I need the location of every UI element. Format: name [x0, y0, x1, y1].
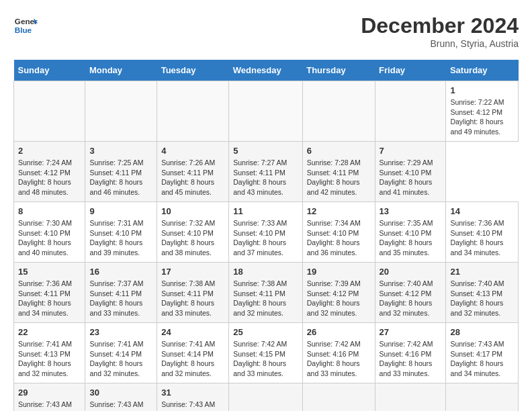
- day-number: 29: [18, 387, 81, 398]
- day-info: Sunrise: 7:32 AMSunset: 4:10 PMDaylight:…: [161, 219, 215, 257]
- page-header: General Blue December 2024 Brunn, Styria…: [13, 13, 519, 49]
- day-number: 26: [307, 327, 371, 337]
- table-row: 10 Sunrise: 7:32 AMSunset: 4:10 PMDaylig…: [157, 202, 229, 263]
- day-number: 6: [307, 146, 371, 156]
- table-row: 3 Sunrise: 7:25 AMSunset: 4:11 PMDayligh…: [85, 142, 157, 202]
- location: Brunn, Styria, Austria: [361, 38, 519, 49]
- day-number: 13: [380, 206, 442, 216]
- svg-text:Blue: Blue: [15, 26, 32, 34]
- calendar-week-row: 8 Sunrise: 7:30 AMSunset: 4:10 PMDayligh…: [14, 202, 519, 263]
- table-row: 26 Sunrise: 7:42 AMSunset: 4:16 PMDaylig…: [302, 323, 375, 383]
- day-info: Sunrise: 7:35 AMSunset: 4:10 PMDaylight:…: [380, 219, 433, 257]
- empty-day: [157, 81, 229, 142]
- empty-day: [302, 383, 375, 412]
- header-thursday: Thursday: [302, 60, 375, 81]
- day-number: 27: [380, 327, 442, 337]
- table-row: 31 Sunrise: 7:43 AMSunset: 4:20 PMDaylig…: [157, 383, 229, 412]
- day-number: 5: [233, 146, 298, 156]
- calendar-table: Sunday Monday Tuesday Wednesday Thursday…: [13, 60, 519, 411]
- table-row: 29 Sunrise: 7:43 AMSunset: 4:18 PMDaylig…: [14, 383, 85, 412]
- day-number: 25: [233, 327, 298, 337]
- day-info: Sunrise: 7:34 AMSunset: 4:10 PMDaylight:…: [307, 219, 361, 257]
- month-title: December 2024: [361, 13, 519, 38]
- table-row: 27 Sunrise: 7:42 AMSunset: 4:16 PMDaylig…: [375, 323, 446, 383]
- day-number: 22: [18, 327, 81, 337]
- day-info: Sunrise: 7:42 AMSunset: 4:16 PMDaylight:…: [307, 340, 361, 377]
- table-row: 13 Sunrise: 7:35 AMSunset: 4:10 PMDaylig…: [375, 202, 446, 263]
- header-friday: Friday: [375, 60, 446, 81]
- table-row: 25 Sunrise: 7:42 AMSunset: 4:15 PMDaylig…: [229, 323, 302, 383]
- day-info: Sunrise: 7:41 AMSunset: 4:14 PMDaylight:…: [161, 340, 215, 377]
- day-number: 18: [233, 267, 298, 277]
- day-number: 7: [380, 146, 442, 156]
- empty-day: [85, 81, 157, 142]
- day-info: Sunrise: 7:33 AMSunset: 4:10 PMDaylight:…: [233, 219, 287, 257]
- day-info: Sunrise: 7:40 AMSunset: 4:13 PMDaylight:…: [450, 279, 504, 317]
- day-number: 23: [89, 327, 152, 337]
- day-info: Sunrise: 7:43 AMSunset: 4:18 PMDaylight:…: [18, 400, 72, 411]
- day-info: Sunrise: 7:36 AMSunset: 4:11 PMDaylight:…: [18, 279, 72, 317]
- header-wednesday: Wednesday: [229, 60, 302, 81]
- logo: General Blue: [13, 13, 38, 38]
- empty-day: [446, 383, 519, 412]
- table-row: 22 Sunrise: 7:41 AMSunset: 4:13 PMDaylig…: [14, 323, 85, 383]
- day-info: Sunrise: 7:38 AMSunset: 4:11 PMDaylight:…: [161, 279, 215, 317]
- day-info: Sunrise: 7:43 AMSunset: 4:17 PMDaylight:…: [450, 340, 504, 377]
- day-number: 14: [450, 206, 514, 216]
- day-info: Sunrise: 7:22 AMSunset: 4:12 PMDaylight:…: [450, 98, 504, 136]
- empty-day: [375, 383, 446, 412]
- day-number: 28: [450, 327, 514, 337]
- day-info: Sunrise: 7:31 AMSunset: 4:10 PMDaylight:…: [89, 219, 143, 257]
- table-row: 21 Sunrise: 7:40 AMSunset: 4:13 PMDaylig…: [446, 263, 519, 323]
- table-row: 16 Sunrise: 7:37 AMSunset: 4:11 PMDaylig…: [85, 263, 157, 323]
- table-row: 19 Sunrise: 7:39 AMSunset: 4:12 PMDaylig…: [302, 263, 375, 323]
- table-row: 20 Sunrise: 7:40 AMSunset: 4:12 PMDaylig…: [375, 263, 446, 323]
- table-row: 28 Sunrise: 7:43 AMSunset: 4:17 PMDaylig…: [446, 323, 519, 383]
- header-sunday: Sunday: [14, 60, 85, 81]
- table-row: 23 Sunrise: 7:41 AMSunset: 4:14 PMDaylig…: [85, 323, 157, 383]
- day-number: 31: [161, 387, 224, 398]
- day-info: Sunrise: 7:27 AMSunset: 4:11 PMDaylight:…: [233, 158, 287, 196]
- calendar-week-row: 29 Sunrise: 7:43 AMSunset: 4:18 PMDaylig…: [14, 383, 519, 412]
- calendar-week-row: 2 Sunrise: 7:24 AMSunset: 4:12 PMDayligh…: [14, 142, 519, 202]
- table-row: 1 Sunrise: 7:22 AMSunset: 4:12 PMDayligh…: [446, 81, 519, 142]
- header-monday: Monday: [85, 60, 157, 81]
- day-number: 17: [161, 267, 224, 277]
- empty-day: [375, 81, 446, 142]
- day-info: Sunrise: 7:26 AMSunset: 4:11 PMDaylight:…: [161, 158, 215, 196]
- calendar-week-row: 22 Sunrise: 7:41 AMSunset: 4:13 PMDaylig…: [14, 323, 519, 383]
- table-row: 9 Sunrise: 7:31 AMSunset: 4:10 PMDayligh…: [85, 202, 157, 263]
- empty-day: [229, 81, 302, 142]
- day-info: Sunrise: 7:38 AMSunset: 4:11 PMDaylight:…: [233, 279, 287, 317]
- day-number: 12: [307, 206, 371, 216]
- table-row: 14 Sunrise: 7:36 AMSunset: 4:10 PMDaylig…: [446, 202, 519, 263]
- day-info: Sunrise: 7:42 AMSunset: 4:15 PMDaylight:…: [233, 340, 287, 377]
- day-number: 9: [89, 206, 152, 216]
- table-row: 17 Sunrise: 7:38 AMSunset: 4:11 PMDaylig…: [157, 263, 229, 323]
- day-number: 2: [18, 146, 81, 156]
- empty-day: [302, 81, 375, 142]
- day-info: Sunrise: 7:29 AMSunset: 4:10 PMDaylight:…: [380, 158, 433, 196]
- table-row: 15 Sunrise: 7:36 AMSunset: 4:11 PMDaylig…: [14, 263, 85, 323]
- header-tuesday: Tuesday: [157, 60, 229, 81]
- day-info: Sunrise: 7:39 AMSunset: 4:12 PMDaylight:…: [307, 279, 361, 317]
- day-info: Sunrise: 7:41 AMSunset: 4:14 PMDaylight:…: [89, 340, 143, 377]
- calendar-week-row: 15 Sunrise: 7:36 AMSunset: 4:11 PMDaylig…: [14, 263, 519, 323]
- table-row: 8 Sunrise: 7:30 AMSunset: 4:10 PMDayligh…: [14, 202, 85, 263]
- day-number: 15: [18, 267, 81, 277]
- table-row: 7 Sunrise: 7:29 AMSunset: 4:10 PMDayligh…: [375, 142, 446, 202]
- day-info: Sunrise: 7:40 AMSunset: 4:12 PMDaylight:…: [380, 279, 433, 317]
- logo-icon: General Blue: [13, 13, 38, 38]
- day-number: 4: [161, 146, 224, 156]
- table-row: 5 Sunrise: 7:27 AMSunset: 4:11 PMDayligh…: [229, 142, 302, 202]
- day-info: Sunrise: 7:24 AMSunset: 4:12 PMDaylight:…: [18, 158, 72, 196]
- day-info: Sunrise: 7:43 AMSunset: 4:19 PMDaylight:…: [89, 400, 143, 411]
- day-number: 19: [307, 267, 371, 277]
- day-info: Sunrise: 7:25 AMSunset: 4:11 PMDaylight:…: [89, 158, 143, 196]
- day-number: 10: [161, 206, 224, 216]
- day-info: Sunrise: 7:28 AMSunset: 4:11 PMDaylight:…: [307, 158, 361, 196]
- table-row: 24 Sunrise: 7:41 AMSunset: 4:14 PMDaylig…: [157, 323, 229, 383]
- day-number: 8: [18, 206, 81, 216]
- calendar-week-row: 1 Sunrise: 7:22 AMSunset: 4:12 PMDayligh…: [14, 81, 519, 142]
- day-number: 3: [89, 146, 152, 156]
